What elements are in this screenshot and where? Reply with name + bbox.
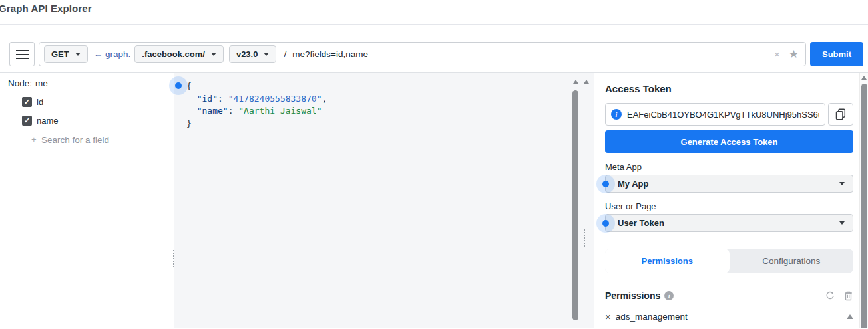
page-title: Graph API Explorer xyxy=(0,3,92,14)
copy-icon xyxy=(835,108,847,120)
access-token-field[interactable]: i EAFeiCbB41OYBO4G1KPVgTTkU8UNHj95hSS6ue… xyxy=(605,103,825,126)
search-field-placeholder: Search for a field xyxy=(41,135,109,145)
token-tabs: Permissions Configurations xyxy=(605,249,853,273)
domain-dropdown[interactable]: .facebook.com/ xyxy=(134,45,224,63)
json-colon: : xyxy=(228,106,239,116)
access-token-panel: Access Token i EAFeiCbB41OYBO4G1KPVgTTkU… xyxy=(594,73,859,328)
user-or-page-select[interactable]: User Token xyxy=(605,214,853,232)
tour-hint-dot xyxy=(602,181,609,187)
graph-api-explorer-app: Graph API Explorer GET ← graph. .faceboo… xyxy=(0,0,868,329)
chevron-down-icon xyxy=(839,182,845,185)
field-label: name xyxy=(37,116,59,126)
json-comma: , xyxy=(322,94,327,104)
access-token-heading: Access Token xyxy=(605,83,853,94)
access-token-value: EAFeiCbB41OYBO4G1KPVgTTkU8UNHj95hSS6uebJ… xyxy=(627,110,819,120)
http-method-dropdown[interactable]: GET xyxy=(44,45,88,63)
page-scrollbar xyxy=(859,73,868,328)
meta-app-label: Meta App xyxy=(605,162,853,172)
hamburger-icon xyxy=(16,50,29,51)
scroll-up-icon[interactable] xyxy=(584,80,589,84)
outer-scrollbar xyxy=(582,76,590,328)
permissions-header: Permissions i xyxy=(605,290,853,301)
json-brace: { xyxy=(186,81,192,91)
page-scrollbar-thumb[interactable] xyxy=(861,84,867,328)
json-key-id: "id" xyxy=(197,94,218,104)
json-value-id: "4178240555833870" xyxy=(228,94,322,104)
generate-access-token-button[interactable]: Generate Access Token xyxy=(605,130,853,153)
info-icon: i xyxy=(664,291,674,300)
request-url-bar: GET ← graph. .facebook.com/ v23.0 / × ★ xyxy=(39,42,806,66)
hamburger-icon xyxy=(16,58,29,59)
domain-label: .facebook.com/ xyxy=(142,49,205,59)
plus-icon: + xyxy=(31,134,37,144)
json-response: { "id": "4178240555833870", "name": "Aar… xyxy=(186,80,327,130)
response-scrollbar xyxy=(571,76,580,328)
tab-configurations[interactable]: Configurations xyxy=(730,249,854,273)
field-checkbox-name[interactable] xyxy=(22,116,32,126)
query-path-input[interactable] xyxy=(292,49,774,59)
response-panel: { "id": "4178240555833870", "name": "Aar… xyxy=(174,73,594,328)
scroll-up-icon[interactable] xyxy=(847,314,853,319)
tour-hint-dot xyxy=(602,220,609,227)
user-or-page-label: User or Page xyxy=(605,201,853,211)
clear-icon[interactable]: × xyxy=(774,49,780,60)
chevron-down-icon xyxy=(211,53,216,56)
response-scrollbar-thumb[interactable] xyxy=(572,90,578,320)
chevron-down-icon xyxy=(264,53,269,56)
field-row-name: name xyxy=(22,116,174,126)
path-separator: / xyxy=(284,49,286,59)
field-checkbox-id[interactable] xyxy=(22,97,32,107)
meta-app-selected: My App xyxy=(618,179,648,189)
field-tree-panel: Node:me id name + Search for a field xyxy=(0,73,174,328)
menu-button[interactable] xyxy=(9,42,35,66)
info-icon[interactable]: i xyxy=(611,109,622,120)
json-colon: : xyxy=(218,94,228,104)
scroll-up-icon[interactable] xyxy=(861,76,867,80)
delete-permissions-button[interactable] xyxy=(843,290,853,301)
submit-button[interactable]: Submit xyxy=(810,42,863,66)
node-line: Node:me xyxy=(8,78,174,88)
remove-permission-icon[interactable]: × xyxy=(605,311,611,322)
node-value: me xyxy=(35,78,48,88)
token-row: i EAFeiCbB41OYBO4G1KPVgTTkU8UNHj95hSS6ue… xyxy=(605,103,853,126)
meta-app-select[interactable]: My App xyxy=(605,175,853,193)
panel-resize-handle[interactable] xyxy=(173,250,174,267)
permission-name: ads_management xyxy=(616,312,688,322)
http-method-label: GET xyxy=(51,49,69,59)
node-label: Node: xyxy=(8,78,32,88)
json-brace: } xyxy=(186,118,192,128)
scroll-up-icon[interactable] xyxy=(573,80,578,84)
json-key-name: "name" xyxy=(197,106,228,116)
hamburger-icon xyxy=(16,54,29,55)
field-row-id: id xyxy=(22,97,174,107)
tab-permissions[interactable]: Permissions xyxy=(605,249,730,273)
permissions-heading: Permissions xyxy=(605,290,660,301)
permission-item: × ads_management xyxy=(605,311,853,322)
api-version-label: v23.0 xyxy=(236,49,258,59)
tour-hint-dot xyxy=(175,82,182,89)
chevron-down-icon xyxy=(75,53,81,56)
user-or-page-selected: User Token xyxy=(618,218,664,228)
field-label: id xyxy=(37,97,43,107)
trash-icon xyxy=(843,290,853,301)
undo-button[interactable] xyxy=(825,290,835,301)
json-value-name: "Aarthi Jaiswal" xyxy=(238,106,322,116)
app-header: Graph API Explorer xyxy=(0,0,868,25)
request-toolbar: GET ← graph. .facebook.com/ v23.0 / × ★ … xyxy=(0,25,868,73)
undo-icon xyxy=(825,290,835,301)
chevron-down-icon xyxy=(839,221,845,225)
favorite-star-icon[interactable]: ★ xyxy=(789,47,799,61)
copy-token-button[interactable] xyxy=(828,103,853,126)
search-for-field[interactable]: + Search for a field xyxy=(41,134,174,150)
main-area: Node:me id name + Search for a field { "… xyxy=(0,73,868,328)
api-version-dropdown[interactable]: v23.0 xyxy=(229,45,277,63)
panel-resize-handle[interactable] xyxy=(584,229,585,247)
graph-host-link[interactable]: ← graph. xyxy=(94,49,131,59)
permissions-tools xyxy=(825,290,853,301)
